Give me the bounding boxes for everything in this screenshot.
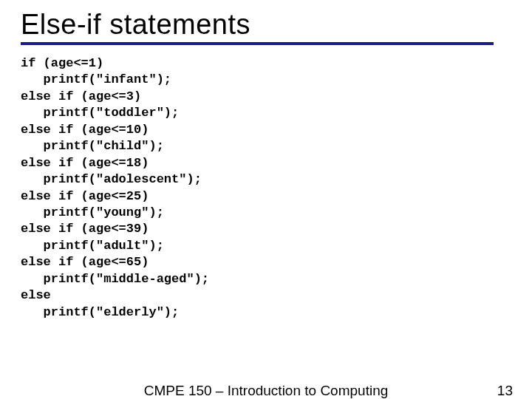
- footer-page-number: 13: [497, 383, 513, 399]
- footer-course: CMPE 150 – Introduction to Computing: [144, 383, 389, 399]
- code-block: if (age<=1) printf("infant"); else if (a…: [21, 55, 511, 321]
- page-title: Else-if statements: [21, 9, 511, 41]
- title-underline: [21, 42, 494, 45]
- slide: Else-if statements if (age<=1) printf("i…: [0, 0, 532, 399]
